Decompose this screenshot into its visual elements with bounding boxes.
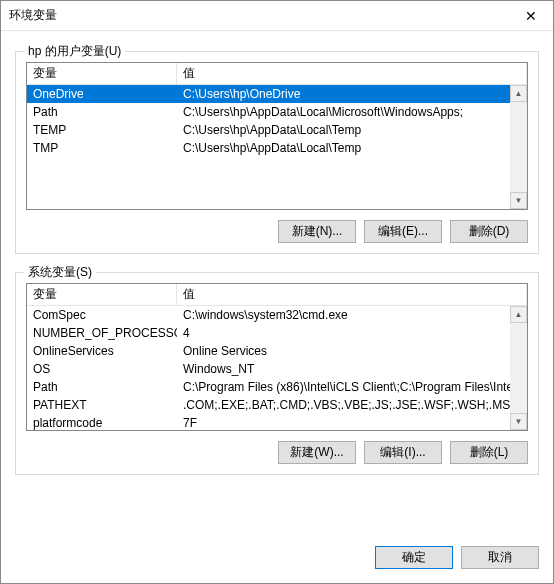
user-new-button[interactable]: 新建(N)... xyxy=(278,220,356,243)
table-row[interactable]: TMPC:\Users\hp\AppData\Local\Temp xyxy=(27,139,527,157)
cell-var-value: C:\Users\hp\AppData\Local\Temp xyxy=(177,140,527,156)
dialog-footer: 确定 取消 xyxy=(1,536,553,583)
system-vars-buttons: 新建(W)... 编辑(I)... 删除(L) xyxy=(26,441,528,464)
system-new-button[interactable]: 新建(W)... xyxy=(278,441,356,464)
close-icon: ✕ xyxy=(525,8,537,24)
cell-var-value: C:\Users\hp\AppData\Local\Microsoft\Wind… xyxy=(177,104,527,120)
cell-var-name: TEMP xyxy=(27,122,177,138)
cell-var-name: PATHEXT xyxy=(27,397,177,413)
user-vars-list[interactable]: 变量 值 OneDriveC:\Users\hp\OneDrivePathC:\… xyxy=(26,62,528,210)
scroll-up-icon[interactable]: ▲ xyxy=(510,306,527,323)
system-vars-group: 系统变量(S) 变量 值 ComSpecC:\windows\system32\… xyxy=(15,272,539,475)
cell-var-name: OneDrive xyxy=(27,86,177,102)
system-vars-list[interactable]: 变量 值 ComSpecC:\windows\system32\cmd.exeN… xyxy=(26,283,528,431)
table-row[interactable]: TEMPC:\Users\hp\AppData\Local\Temp xyxy=(27,121,527,139)
user-vars-rows: OneDriveC:\Users\hp\OneDrivePathC:\Users… xyxy=(27,85,527,209)
cell-var-value: C:\Users\hp\OneDrive xyxy=(177,86,527,102)
system-vars-rows: ComSpecC:\windows\system32\cmd.exeNUMBER… xyxy=(27,306,527,430)
scroll-up-icon[interactable]: ▲ xyxy=(510,85,527,102)
user-vars-group: hp 的用户变量(U) 变量 值 OneDriveC:\Users\hp\One… xyxy=(15,51,539,254)
scroll-track[interactable] xyxy=(510,102,527,192)
scroll-track[interactable] xyxy=(510,323,527,413)
system-vars-scrollbar[interactable]: ▲ ▼ xyxy=(510,306,527,430)
cell-var-name: Path xyxy=(27,379,177,395)
cell-var-name: platformcode xyxy=(27,415,177,430)
env-vars-dialog: 环境变量 ✕ hp 的用户变量(U) 变量 值 OneDriveC:\Users… xyxy=(0,0,554,584)
col-header-name[interactable]: 变量 xyxy=(27,284,177,305)
cell-var-value: C:\Program Files (x86)\Intel\iCLS Client… xyxy=(177,379,527,395)
table-row[interactable]: NUMBER_OF_PROCESSORS4 xyxy=(27,324,527,342)
user-vars-header: 变量 值 xyxy=(27,63,527,85)
user-vars-scrollbar[interactable]: ▲ ▼ xyxy=(510,85,527,209)
ok-button[interactable]: 确定 xyxy=(375,546,453,569)
table-row[interactable]: PathC:\Program Files (x86)\Intel\iCLS Cl… xyxy=(27,378,527,396)
window-title: 环境变量 xyxy=(9,7,508,24)
cell-var-value: 4 xyxy=(177,325,527,341)
table-row[interactable]: ComSpecC:\windows\system32\cmd.exe xyxy=(27,306,527,324)
cell-var-name: OnlineServices xyxy=(27,343,177,359)
cell-var-value: .COM;.EXE;.BAT;.CMD;.VBS;.VBE;.JS;.JSE;.… xyxy=(177,397,527,413)
cell-var-name: OS xyxy=(27,361,177,377)
system-vars-label: 系统变量(S) xyxy=(24,264,96,281)
close-button[interactable]: ✕ xyxy=(508,1,553,31)
table-row[interactable]: PATHEXT.COM;.EXE;.BAT;.CMD;.VBS;.VBE;.JS… xyxy=(27,396,527,414)
user-vars-label: hp 的用户变量(U) xyxy=(24,43,125,60)
cell-var-value: Online Services xyxy=(177,343,527,359)
scroll-down-icon[interactable]: ▼ xyxy=(510,192,527,209)
user-delete-button[interactable]: 删除(D) xyxy=(450,220,528,243)
dialog-body: hp 的用户变量(U) 变量 值 OneDriveC:\Users\hp\One… xyxy=(1,31,553,536)
table-row[interactable]: OnlineServicesOnline Services xyxy=(27,342,527,360)
cancel-button[interactable]: 取消 xyxy=(461,546,539,569)
system-vars-header: 变量 值 xyxy=(27,284,527,306)
user-edit-button[interactable]: 编辑(E)... xyxy=(364,220,442,243)
cell-var-name: ComSpec xyxy=(27,307,177,323)
cell-var-value: C:\windows\system32\cmd.exe xyxy=(177,307,527,323)
col-header-value[interactable]: 值 xyxy=(177,284,527,305)
cell-var-value: C:\Users\hp\AppData\Local\Temp xyxy=(177,122,527,138)
user-vars-buttons: 新建(N)... 编辑(E)... 删除(D) xyxy=(26,220,528,243)
system-edit-button[interactable]: 编辑(I)... xyxy=(364,441,442,464)
cell-var-value: 7F xyxy=(177,415,527,430)
cell-var-value: Windows_NT xyxy=(177,361,527,377)
system-delete-button[interactable]: 删除(L) xyxy=(450,441,528,464)
col-header-value[interactable]: 值 xyxy=(177,63,527,84)
table-row[interactable]: OneDriveC:\Users\hp\OneDrive xyxy=(27,85,527,103)
table-row[interactable]: platformcode7F xyxy=(27,414,527,430)
cell-var-name: Path xyxy=(27,104,177,120)
table-row[interactable]: OSWindows_NT xyxy=(27,360,527,378)
titlebar: 环境变量 ✕ xyxy=(1,1,553,31)
scroll-down-icon[interactable]: ▼ xyxy=(510,413,527,430)
table-row[interactable]: PathC:\Users\hp\AppData\Local\Microsoft\… xyxy=(27,103,527,121)
col-header-name[interactable]: 变量 xyxy=(27,63,177,84)
cell-var-name: TMP xyxy=(27,140,177,156)
cell-var-name: NUMBER_OF_PROCESSORS xyxy=(27,325,177,341)
